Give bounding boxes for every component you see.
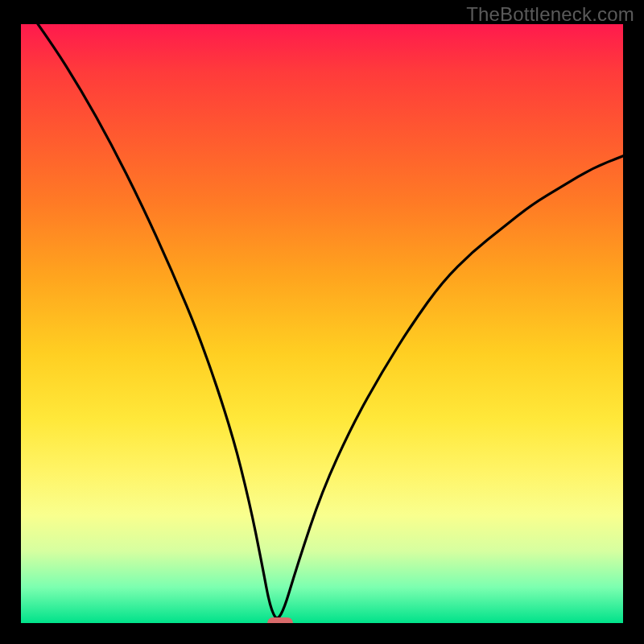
bottleneck-curve [21,24,623,623]
watermark-text: TheBottleneck.com [466,3,634,26]
chart-frame: TheBottleneck.com [0,0,644,644]
plot-area [21,24,623,623]
optimal-marker [267,617,293,623]
